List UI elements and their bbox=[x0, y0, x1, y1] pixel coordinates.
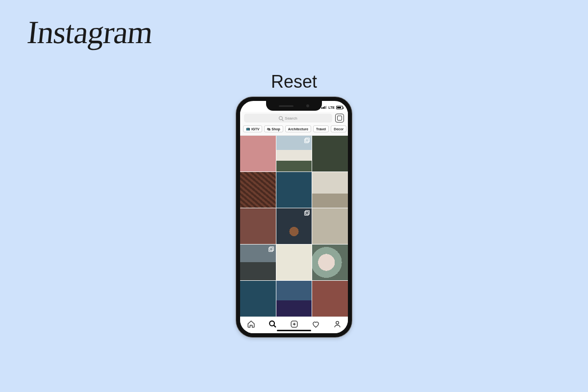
carousel-icon bbox=[305, 138, 310, 143]
chip-decor[interactable]: Decor bbox=[331, 125, 346, 132]
bag-icon: 🛍 bbox=[267, 127, 270, 131]
page-title: Reset bbox=[271, 72, 317, 92]
chip-label: Travel bbox=[316, 127, 326, 131]
explore-tile[interactable] bbox=[312, 281, 348, 317]
chip-label: Shop bbox=[271, 127, 280, 131]
chip-label: Architecture bbox=[288, 127, 308, 131]
explore-tile[interactable] bbox=[276, 281, 312, 317]
search-input[interactable]: Search bbox=[244, 114, 332, 122]
svg-point-0 bbox=[270, 321, 274, 326]
battery-icon bbox=[336, 106, 343, 109]
tab-search[interactable] bbox=[268, 319, 277, 329]
instagram-logo: Instagram bbox=[25, 14, 154, 51]
explore-tile[interactable] bbox=[276, 245, 312, 280]
carrier-label: LTE bbox=[328, 106, 335, 109]
explore-tile[interactable] bbox=[240, 172, 276, 208]
tab-add[interactable] bbox=[289, 319, 299, 329]
chip-label: IGTV bbox=[251, 127, 259, 131]
explore-tile[interactable] bbox=[312, 208, 348, 244]
search-row: Search bbox=[240, 112, 348, 125]
chip-label: Decor bbox=[334, 127, 343, 131]
chip-travel[interactable]: Travel bbox=[313, 125, 329, 132]
chip-igtv[interactable]: 📺IGTV bbox=[243, 125, 262, 132]
phone-notch bbox=[266, 101, 322, 111]
home-indicator bbox=[277, 330, 311, 331]
tab-home[interactable] bbox=[246, 319, 256, 329]
explore-tile[interactable] bbox=[312, 172, 348, 208]
chip-architecture[interactable]: Architecture bbox=[285, 125, 311, 132]
chip-shop[interactable]: 🛍Shop bbox=[264, 125, 283, 132]
tab-activity[interactable] bbox=[311, 319, 320, 329]
carousel-icon bbox=[305, 210, 310, 215]
search-placeholder: Search bbox=[285, 116, 297, 121]
carousel-icon bbox=[269, 246, 274, 251]
phone-frame: LTE Search 📺IGTV🛍ShopArchitectureTravelD… bbox=[236, 97, 352, 337]
svg-point-2 bbox=[336, 321, 339, 324]
explore-tile[interactable] bbox=[240, 281, 276, 317]
explore-tile[interactable] bbox=[240, 136, 276, 172]
scan-button[interactable] bbox=[335, 114, 344, 122]
category-chips: 📺IGTV🛍ShopArchitectureTravelDecor bbox=[240, 125, 348, 136]
tab-profile[interactable] bbox=[332, 319, 342, 329]
explore-tile[interactable] bbox=[240, 208, 276, 244]
phone-screen: LTE Search 📺IGTV🛍ShopArchitectureTravelD… bbox=[240, 101, 348, 333]
signal-icon bbox=[321, 106, 327, 109]
explore-tile[interactable] bbox=[276, 136, 312, 172]
explore-tile[interactable] bbox=[312, 136, 348, 172]
explore-grid bbox=[240, 136, 348, 317]
explore-tile[interactable] bbox=[240, 245, 276, 280]
explore-tile[interactable] bbox=[276, 208, 312, 244]
explore-tile[interactable] bbox=[276, 172, 312, 208]
search-icon bbox=[279, 116, 283, 120]
explore-tile[interactable] bbox=[312, 245, 348, 280]
tv-icon: 📺 bbox=[246, 127, 250, 131]
